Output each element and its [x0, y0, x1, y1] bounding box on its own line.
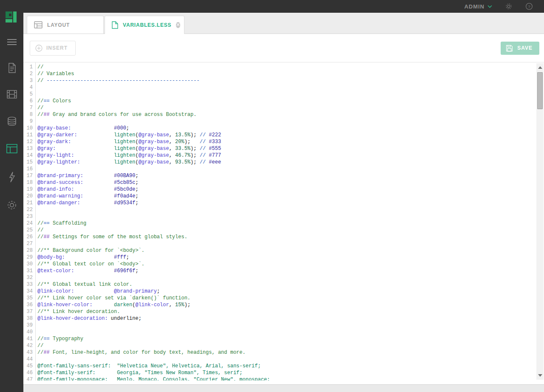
code-content[interactable]: //// Variables// -----------------------…	[37, 62, 536, 381]
save-button[interactable]: SAVE	[501, 42, 539, 55]
menu-icon[interactable]	[0, 34, 23, 51]
code-line[interactable]: @brand-warning: #f0ad4e;	[37, 193, 536, 200]
circle-plus-icon	[35, 45, 42, 52]
admin-menu[interactable]: ADMIN	[464, 3, 492, 10]
line-number: 25	[23, 227, 35, 234]
code-line[interactable]: @font-family-monospace: Menlo, Monaco, C…	[37, 376, 536, 381]
code-line[interactable]: @gray-base: #000;	[37, 125, 536, 132]
code-line[interactable]	[37, 118, 536, 125]
code-line[interactable]: //== Colors	[37, 98, 536, 104]
line-number: 27	[23, 240, 35, 247]
scroll-up-arrow-icon[interactable]	[538, 66, 542, 69]
code-line[interactable]: //## Settings for some of the most globa…	[37, 234, 536, 240]
scrollbar-thumb[interactable]	[537, 72, 543, 109]
sidebar-item-media[interactable]	[0, 86, 23, 103]
code-line[interactable]: //** Link hover decoration.	[37, 308, 536, 315]
code-line[interactable]	[37, 274, 536, 281]
code-line[interactable]: @font-family-serif: Georgia, "Times New …	[37, 369, 536, 376]
content-area: LAYOUT VARIABLES.LESS ✕ INSERT	[23, 13, 544, 392]
code-line[interactable]	[37, 84, 536, 91]
code-line[interactable]: //** Link hover color set via `darken()`…	[37, 295, 536, 302]
code-line[interactable]: //== Typography	[37, 336, 536, 342]
help-button[interactable]: ?	[525, 3, 533, 10]
svg-text:?: ?	[528, 4, 530, 9]
code-line[interactable]: // -------------------------------------…	[37, 77, 536, 84]
insert-button[interactable]: INSERT	[30, 41, 76, 56]
tab-variables-less[interactable]: VARIABLES.LESS ✕	[105, 16, 184, 34]
code-line[interactable]: @brand-success: #5cb85c;	[37, 179, 536, 186]
sidebar-item-data[interactable]	[0, 113, 23, 130]
code-line[interactable]	[37, 206, 536, 213]
code-line[interactable]: //** Global textual link color.	[37, 281, 536, 288]
editor-scroller: 1234567891011121314151617181920212223242…	[23, 62, 544, 381]
code-line[interactable]: // Variables	[37, 71, 536, 77]
code-line[interactable]: //== Scaffolding	[37, 220, 536, 227]
tab-bar: LAYOUT VARIABLES.LESS ✕	[23, 13, 544, 34]
app-logo[interactable]	[6, 11, 17, 23]
topbar: ADMIN ?	[0, 0, 544, 13]
code-line[interactable]: @link-hover-color: darken(@link-color, 1…	[37, 302, 536, 308]
line-number: 44	[23, 356, 35, 363]
code-line[interactable]	[37, 91, 536, 98]
code-line[interactable]	[37, 213, 536, 220]
line-number: 14	[23, 152, 35, 159]
code-line[interactable]	[37, 322, 536, 329]
code-line[interactable]: //## Font, line-height, and color for bo…	[37, 349, 536, 356]
line-number: 34	[23, 288, 35, 295]
code-line[interactable]: @gray-light: lighten(@gray-base, 46.7%);…	[37, 152, 536, 159]
code-line[interactable]: //	[37, 64, 536, 71]
sidebar-item-pages[interactable]	[0, 59, 23, 76]
code-line[interactable]: @brand-primary: #00BA90;	[37, 172, 536, 179]
code-line[interactable]	[37, 329, 536, 336]
code-line[interactable]: //	[37, 227, 536, 234]
code-line[interactable]: //** Global text color on `<body>`.	[37, 261, 536, 268]
line-number: 24	[23, 220, 35, 227]
line-number: 22	[23, 206, 35, 213]
code-editor[interactable]: 1234567891011121314151617181920212223242…	[23, 62, 544, 385]
layout-icon	[34, 21, 42, 28]
line-number: 19	[23, 186, 35, 193]
line-number: 1	[23, 64, 35, 71]
code-line[interactable]: @gray-dark: lighten(@gray-base, 20%); //…	[37, 138, 536, 145]
tab-label: VARIABLES.LESS	[123, 22, 171, 28]
line-number: 21	[23, 200, 35, 206]
line-number: 17	[23, 172, 35, 179]
code-line[interactable]: @brand-danger: #d9534f;	[37, 200, 536, 206]
code-line[interactable]: @link-color: @brand-primary;	[37, 288, 536, 295]
code-line[interactable]: //## Gray and brand colors for use acros…	[37, 111, 536, 118]
line-number: 16	[23, 166, 35, 172]
sidebar-item-layout[interactable]	[0, 140, 23, 157]
close-tab-icon[interactable]: ✕	[176, 22, 180, 28]
line-number: 39	[23, 322, 35, 329]
code-line[interactable]	[37, 356, 536, 363]
line-number: 11	[23, 132, 35, 138]
code-line[interactable]: @brand-info: #5bc0de;	[37, 186, 536, 193]
code-line[interactable]: @gray: lighten(@gray-base, 33.5%); // #5…	[37, 145, 536, 152]
code-line[interactable]: //	[37, 342, 536, 349]
lightning-icon	[8, 172, 16, 183]
code-line[interactable]: @gray-darker: lighten(@gray-base, 13.5%)…	[37, 132, 536, 138]
line-number: 9	[23, 118, 35, 125]
code-line[interactable]: @gray-lighter: lighten(@gray-base, 93.5%…	[37, 159, 536, 166]
code-line[interactable]	[37, 240, 536, 247]
tab-layout[interactable]: LAYOUT	[27, 16, 104, 34]
code-line[interactable]: //	[37, 104, 536, 111]
code-line[interactable]	[37, 166, 536, 172]
code-line[interactable]: //** Background color for `<body>`.	[37, 247, 536, 254]
code-line[interactable]: @link-hover-decoration: underline;	[37, 315, 536, 322]
sidebar-item-settings[interactable]	[0, 197, 23, 214]
code-line[interactable]: @font-family-sans-serif: "Helvetica Neue…	[37, 363, 536, 369]
line-number: 3	[23, 77, 35, 84]
line-number: 13	[23, 145, 35, 152]
line-number: 38	[23, 315, 35, 322]
code-line[interactable]: @text-color: #696f6f;	[37, 268, 536, 274]
sidebar-item-actions[interactable]	[0, 169, 23, 186]
chevron-down-icon	[487, 5, 492, 8]
scroll-down-arrow-icon[interactable]	[538, 374, 542, 377]
line-number: 18	[23, 179, 35, 186]
save-floppy-icon	[506, 45, 513, 52]
insert-button-label: INSERT	[46, 45, 68, 51]
editor-scrollbar[interactable]	[536, 63, 544, 380]
code-line[interactable]: @body-bg: #fff;	[37, 254, 536, 261]
settings-gear-button[interactable]	[505, 3, 513, 10]
